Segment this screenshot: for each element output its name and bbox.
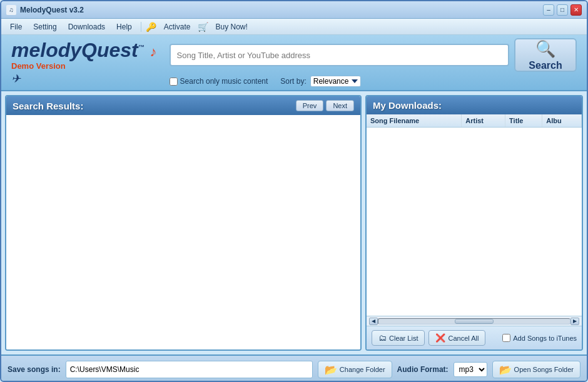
search-input[interactable] (170, 44, 509, 66)
col-song-filename: Song Filename (367, 114, 462, 128)
logo-tm: ™ (138, 44, 144, 51)
downloads-header: My Downloads: (367, 96, 582, 114)
downloads-actions: 🗂 Clear List ❌ Cancel All Add Songs to i… (367, 326, 582, 349)
bottom-bar: Save songs in: 📂 Change Folder Audio For… (1, 354, 587, 382)
key-icon: 🔑 (145, 21, 158, 33)
downloads-title: My Downloads: (373, 100, 442, 111)
search-area: 🔍 Search Search only music content Sort … (170, 38, 577, 87)
demo-version-label: Demo Version (11, 61, 157, 71)
itunes-label-text: Add Songs to iTunes (513, 334, 577, 342)
downloads-body: Song Filename Artist Title Albu (367, 114, 582, 316)
window-title: MelodyQuest v3.2 (20, 6, 84, 14)
menu-downloads[interactable]: Downloads (63, 21, 110, 33)
titlebar: ♫ MelodyQuest v3.2 – □ ✕ (1, 1, 587, 19)
header: melodyQuest™ ♪ Demo Version ✈ 🔍 Search S… (1, 35, 587, 91)
menu-separator-1 (141, 22, 141, 32)
open-songs-label: Open Songs Folder (514, 366, 574, 373)
col-artist: Artist (462, 114, 505, 128)
titlebar-left: ♫ MelodyQuest v3.2 (6, 5, 84, 15)
menu-activate[interactable]: Activate (159, 21, 196, 33)
cancel-all-button[interactable]: ❌ Cancel All (428, 330, 485, 346)
sort-select[interactable]: Relevance Date Title Artist (310, 76, 361, 87)
downloads-table-header-row: Song Filename Artist Title Albu (367, 114, 582, 128)
clear-list-label: Clear List (389, 334, 418, 342)
scrollbar-thumb[interactable] (455, 319, 493, 324)
change-folder-label: Change Folder (340, 366, 385, 373)
music-note-icon: ♪ (150, 43, 157, 59)
menu-file[interactable]: File (5, 21, 27, 33)
save-songs-label: Save songs in: (8, 365, 61, 374)
search-options-row: Search only music content Sort by: Relev… (170, 76, 577, 87)
save-path-input[interactable] (66, 361, 313, 378)
search-input-row: 🔍 Search (170, 38, 577, 72)
close-button[interactable]: ✕ (570, 4, 582, 16)
menu-setting[interactable]: Setting (28, 21, 61, 33)
search-music-only-checkbox[interactable] (170, 78, 178, 86)
logo-area: melodyQuest™ ♪ Demo Version ✈ (11, 40, 157, 86)
clear-list-button[interactable]: 🗂 Clear List (372, 330, 425, 346)
open-songs-folder-button[interactable]: 📂 Open Songs Folder (492, 361, 580, 378)
menu-buy[interactable]: Buy Now! (210, 21, 252, 33)
downloads-table-head: Song Filename Artist Title Albu (367, 114, 582, 128)
col-album: Albu (542, 114, 582, 128)
scrollbar-track[interactable] (378, 318, 570, 324)
search-button[interactable]: 🔍 Search (514, 38, 577, 72)
change-folder-icon: 📂 (325, 364, 337, 376)
audio-format-select[interactable]: mp3 mp4 aac ogg (454, 362, 487, 377)
search-results-nav-buttons: Prev Next (296, 100, 354, 111)
search-results-body (6, 115, 360, 349)
logo-bird: ✈ (11, 72, 157, 86)
sort-label: Sort by: (280, 77, 306, 86)
cancel-all-label: Cancel All (448, 334, 479, 342)
logo: melodyQuest™ ♪ (11, 40, 157, 60)
change-folder-button[interactable]: 📂 Change Folder (318, 361, 392, 378)
logo-melody: melody (11, 39, 81, 61)
minimize-button[interactable]: – (543, 4, 554, 16)
scroll-right-arrow[interactable]: ▶ (570, 318, 579, 325)
right-panel: My Downloads: Song Filename Artist Title… (365, 95, 583, 351)
prev-button[interactable]: Prev (296, 100, 324, 111)
next-button[interactable]: Next (326, 100, 354, 111)
downloads-scrollbar: ◀ ▶ (367, 316, 582, 326)
col-title: Title (505, 114, 542, 128)
downloads-table: Song Filename Artist Title Albu (367, 114, 582, 128)
audio-format-label: Audio Format: (397, 365, 449, 374)
clear-list-icon: 🗂 (378, 333, 387, 343)
search-music-only-label[interactable]: Search only music content (170, 77, 268, 86)
search-results-header: Search Results: Prev Next (6, 96, 360, 115)
search-icon: 🔍 (535, 39, 555, 59)
open-songs-icon: 📂 (499, 364, 512, 376)
app-icon: ♫ (6, 5, 16, 15)
restore-button[interactable]: □ (557, 4, 568, 16)
cart-icon: 🛒 (196, 21, 209, 33)
scroll-left-arrow[interactable]: ◀ (369, 318, 378, 325)
left-panel: Search Results: Prev Next (5, 95, 362, 351)
menu-help[interactable]: Help (111, 21, 137, 33)
menubar: File Setting Downloads Help 🔑 Activate 🛒… (1, 19, 587, 35)
search-button-label: Search (529, 60, 562, 71)
titlebar-controls: – □ ✕ (543, 4, 582, 16)
itunes-checkbox[interactable] (502, 334, 510, 342)
sort-area: Sort by: Relevance Date Title Artist (280, 76, 360, 87)
search-results-title: Search Results: (13, 101, 83, 111)
itunes-checkbox-label[interactable]: Add Songs to iTunes (502, 334, 577, 342)
search-music-only-text: Search only music content (180, 77, 268, 86)
main-content: Search Results: Prev Next My Downloads: … (1, 91, 587, 354)
logo-quest: Quest (81, 39, 138, 61)
cancel-all-icon: ❌ (435, 333, 445, 343)
